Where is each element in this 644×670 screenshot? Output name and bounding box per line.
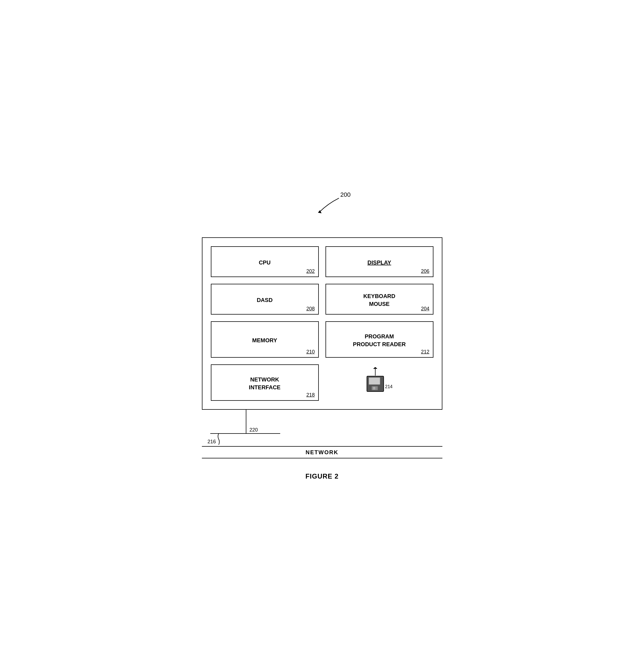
dasd-label: DASD — [257, 296, 273, 304]
figure-label: FIGURE 2 — [202, 472, 442, 480]
main-computer-box: CPU 202 DISPLAY 206 DASD 208 KEYBOARDMOU… — [202, 237, 442, 410]
floppy-disk-icon: 214 — [366, 367, 394, 401]
network-label: NETWORK — [306, 449, 338, 456]
connection-svg: 220 216 — [202, 410, 442, 446]
network-interface-number: 218 — [306, 392, 315, 398]
keyboard-mouse-box: KEYBOARDMOUSE 204 — [326, 284, 434, 314]
svg-text:200: 200 — [340, 191, 351, 198]
dasd-number: 208 — [306, 306, 315, 312]
keyboard-mouse-number: 204 — [421, 306, 429, 312]
disk-area: 214 — [326, 364, 434, 401]
svg-text:214: 214 — [385, 384, 393, 389]
keyboard-mouse-label: KEYBOARDMOUSE — [363, 292, 395, 308]
components-grid: CPU 202 DISPLAY 206 DASD 208 KEYBOARDMOU… — [211, 246, 434, 401]
program-reader-label: PROGRAMPRODUCT READER — [353, 333, 406, 348]
cpu-label: CPU — [259, 258, 270, 266]
program-reader-box: PROGRAMPRODUCT READER 212 — [326, 321, 434, 358]
memory-number: 210 — [306, 349, 315, 355]
display-number: 206 — [421, 268, 429, 274]
svg-text:216: 216 — [207, 439, 216, 444]
connection-area: 220 216 — [202, 410, 442, 446]
cpu-box: CPU 202 — [211, 246, 319, 277]
diagram-container: 200 CPU 202 DISPLAY 206 DASD 208 — [202, 190, 442, 480]
display-box: DISPLAY 206 — [326, 246, 434, 277]
memory-box: MEMORY 210 — [211, 321, 319, 358]
cpu-number: 202 — [306, 268, 315, 274]
network-interface-label: NETWORKINTERFACE — [249, 376, 280, 391]
svg-text:220: 220 — [249, 427, 258, 433]
dasd-box: DASD 208 — [211, 284, 319, 314]
display-label: DISPLAY — [368, 258, 391, 266]
svg-rect-5 — [369, 377, 380, 385]
network-bar: NETWORK — [202, 446, 442, 458]
program-reader-number: 212 — [421, 349, 429, 355]
network-interface-box: NETWORKINTERFACE 218 — [211, 364, 319, 401]
svg-rect-7 — [373, 387, 375, 390]
memory-label: MEMORY — [252, 336, 277, 344]
